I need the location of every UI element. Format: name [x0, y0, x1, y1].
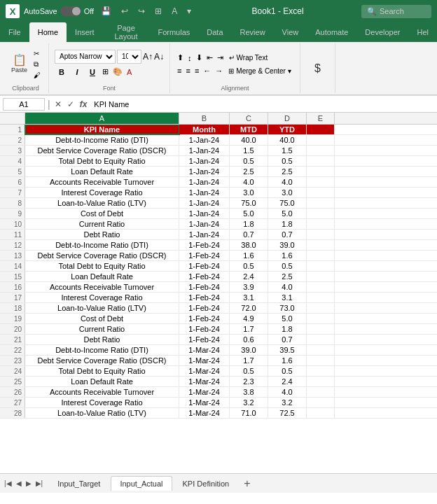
- cell-d16[interactable]: 4.0: [268, 282, 307, 292]
- cell-a21[interactable]: Debt Ratio: [25, 335, 179, 344]
- cell-d9[interactable]: 5.0: [268, 209, 307, 218]
- cell-a23[interactable]: Debt Service Coverage Ratio (DSCR): [25, 356, 179, 365]
- cell-d2[interactable]: 40.0: [268, 135, 307, 145]
- cell-d4[interactable]: 0.5: [268, 156, 307, 166]
- cell-a4[interactable]: Total Debt to Equity Ratio: [25, 156, 179, 166]
- cell-c26[interactable]: 3.8: [230, 387, 268, 397]
- cell-e13[interactable]: [307, 251, 335, 260]
- cell-a9[interactable]: Cost of Debt: [25, 209, 179, 218]
- ltr-icon[interactable]: →: [214, 65, 224, 76]
- cell-a1[interactable]: KPI Name: [25, 125, 179, 134]
- cell-e15[interactable]: [307, 272, 335, 281]
- italic-button[interactable]: I: [70, 65, 84, 79]
- cell-e5[interactable]: [307, 167, 335, 176]
- cell-b14[interactable]: 1-Feb-24: [179, 261, 230, 271]
- formula-input[interactable]: [91, 100, 434, 108]
- cell-d8[interactable]: 75.0: [268, 198, 307, 208]
- cell-a22[interactable]: Debt-to-Income Ratio (DTI): [25, 345, 179, 355]
- cell-c2[interactable]: 40.0: [230, 135, 268, 145]
- font-color-button[interactable]: A: [125, 66, 133, 78]
- cell-b20[interactable]: 1-Feb-24: [179, 324, 230, 334]
- cell-b15[interactable]: 1-Feb-24: [179, 272, 230, 281]
- cell-e22[interactable]: [307, 345, 335, 355]
- add-sheet-button[interactable]: +: [240, 476, 254, 491]
- fx-icon[interactable]: fx: [78, 99, 89, 109]
- cell-b27[interactable]: 1-Mar-24: [179, 398, 230, 407]
- cell-e4[interactable]: [307, 156, 335, 166]
- cell-e7[interactable]: [307, 188, 335, 197]
- cell-b8[interactable]: 1-Jan-24: [179, 198, 230, 208]
- cell-b22[interactable]: 1-Mar-24: [179, 345, 230, 355]
- cell-a20[interactable]: Current Ratio: [25, 324, 179, 334]
- cell-d17[interactable]: 3.1: [268, 293, 307, 302]
- cell-c24[interactable]: 0.5: [230, 366, 268, 376]
- cell-reference-input[interactable]: [3, 98, 45, 111]
- cell-b21[interactable]: 1-Feb-24: [179, 335, 230, 344]
- cell-c11[interactable]: 0.7: [230, 230, 268, 239]
- cell-d28[interactable]: 72.5: [268, 408, 307, 418]
- search-input[interactable]: [380, 7, 429, 15]
- cell-c6[interactable]: 4.0: [230, 177, 268, 187]
- decrease-font-icon[interactable]: A↓: [154, 52, 164, 62]
- wrap-text-button[interactable]: ↵ Wrap Text: [226, 52, 271, 63]
- cell-a27[interactable]: Interest Coverage Ratio: [25, 398, 179, 407]
- cell-b1[interactable]: Month: [179, 125, 230, 134]
- cell-a18[interactable]: Loan-to-Value Ratio (LTV): [25, 303, 179, 313]
- cell-c22[interactable]: 39.0: [230, 345, 268, 355]
- cell-d6[interactable]: 4.0: [268, 177, 307, 187]
- cell-e28[interactable]: [307, 408, 335, 418]
- indent-increase-icon[interactable]: ⇥: [216, 52, 225, 64]
- cell-c7[interactable]: 3.0: [230, 188, 268, 197]
- cell-d18[interactable]: 73.0: [268, 303, 307, 313]
- cell-e11[interactable]: [307, 230, 335, 239]
- cell-c13[interactable]: 1.6: [230, 251, 268, 260]
- cell-d14[interactable]: 0.5: [268, 261, 307, 271]
- cell-d12[interactable]: 39.0: [268, 240, 307, 250]
- cell-b4[interactable]: 1-Jan-24: [179, 156, 230, 166]
- cell-d19[interactable]: 5.0: [268, 314, 307, 323]
- cell-a12[interactable]: Debt-to-Income Ratio (DTI): [25, 240, 179, 250]
- cell-c9[interactable]: 5.0: [230, 209, 268, 218]
- cell-c23[interactable]: 1.7: [230, 356, 268, 365]
- col-header-c[interactable]: C: [230, 113, 268, 124]
- font-color-icon[interactable]: A: [169, 5, 180, 18]
- cell-b28[interactable]: 1-Mar-24: [179, 408, 230, 418]
- tab-page-layout[interactable]: Page Layout: [103, 22, 150, 42]
- table-icon[interactable]: ⊞: [152, 5, 165, 18]
- merge-center-button[interactable]: ⊞ Merge & Center ▾: [226, 66, 294, 76]
- indent-decrease-icon[interactable]: ⇤: [205, 52, 214, 64]
- cancel-formula-icon[interactable]: ✕: [53, 99, 63, 109]
- search-box[interactable]: 🔍: [361, 5, 431, 18]
- cell-c21[interactable]: 0.6: [230, 335, 268, 344]
- cell-a14[interactable]: Total Debt to Equity Ratio: [25, 261, 179, 271]
- cell-b25[interactable]: 1-Mar-24: [179, 377, 230, 386]
- cell-a7[interactable]: Interest Coverage Ratio: [25, 188, 179, 197]
- cell-b3[interactable]: 1-Jan-24: [179, 146, 230, 155]
- cell-e19[interactable]: [307, 314, 335, 323]
- font-size-select[interactable]: 10: [117, 50, 141, 64]
- col-header-a[interactable]: A: [25, 113, 179, 124]
- col-header-b[interactable]: B: [179, 113, 230, 124]
- cell-c16[interactable]: 3.9: [230, 282, 268, 292]
- cell-d13[interactable]: 1.6: [268, 251, 307, 260]
- cell-c15[interactable]: 2.4: [230, 272, 268, 281]
- bold-button[interactable]: B: [55, 65, 69, 79]
- save-icon[interactable]: 💾: [98, 5, 114, 18]
- cell-a17[interactable]: Interest Coverage Ratio: [25, 293, 179, 302]
- cell-d21[interactable]: 0.7: [268, 335, 307, 344]
- cell-b2[interactable]: 1-Jan-24: [179, 135, 230, 145]
- tab-formulas[interactable]: Formulas: [149, 22, 198, 42]
- cell-a2[interactable]: Debt-to-Income Ratio (DTI): [25, 135, 179, 145]
- cell-b24[interactable]: 1-Mar-24: [179, 366, 230, 376]
- cell-a28[interactable]: Loan-to-Value Ratio (LTV): [25, 408, 179, 418]
- increase-font-icon[interactable]: A↑: [143, 52, 153, 62]
- cell-c14[interactable]: 0.5: [230, 261, 268, 271]
- align-center-icon[interactable]: ≡: [184, 65, 191, 76]
- cell-c1[interactable]: MTD: [230, 125, 268, 134]
- cell-e2[interactable]: [307, 135, 335, 145]
- cell-d27[interactable]: 3.2: [268, 398, 307, 407]
- cell-c8[interactable]: 75.0: [230, 198, 268, 208]
- cell-e17[interactable]: [307, 293, 335, 302]
- cell-d1[interactable]: YTD: [268, 125, 307, 134]
- autosave-toggle[interactable]: [60, 6, 81, 16]
